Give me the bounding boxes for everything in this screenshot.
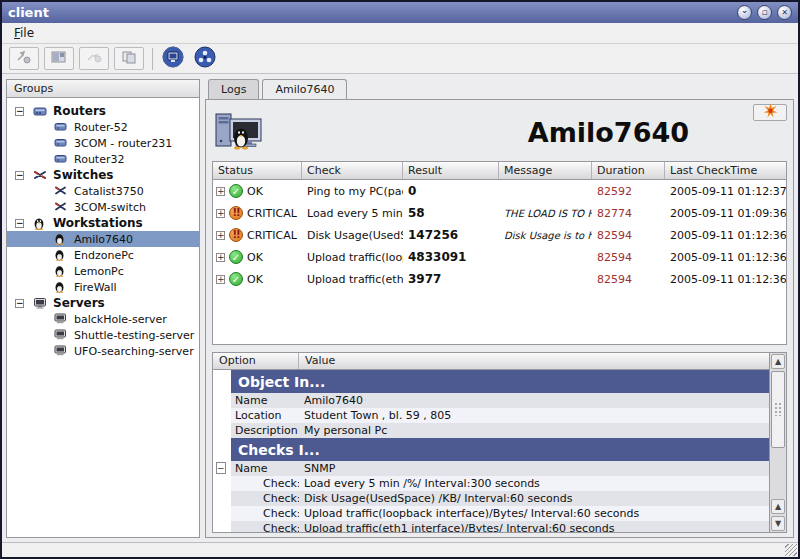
check-name: Upload traffic(eth1 i... — [302, 273, 403, 286]
tree-item-shuttle-testing-server[interactable]: Shuttle-testing-server — [7, 327, 199, 343]
collapse-icon[interactable] — [15, 219, 24, 228]
toolbar-separator — [152, 48, 153, 70]
alert-star-button[interactable] — [753, 104, 787, 121]
tree-item-label: UFO-searching-server — [74, 345, 194, 358]
scrollbar-thumb[interactable] — [771, 371, 785, 448]
tree-item-catalist3750[interactable]: Catalist3750 — [7, 183, 199, 199]
detail-row-snmp[interactable]: Name SNMP — [213, 461, 769, 476]
collapse-icon[interactable] — [15, 107, 24, 116]
tree-item-amilo7640[interactable]: Amilo7640 — [7, 231, 199, 247]
column-header-value[interactable]: Value — [299, 353, 769, 369]
expand-icon[interactable] — [216, 275, 225, 284]
collapse-icon[interactable] — [15, 171, 24, 180]
check-duration: 82774 — [592, 207, 665, 220]
tree-group-workstations[interactable]: Workstations — [7, 215, 199, 231]
check-lasttime: 2005-09-11 01:09:36 — [665, 207, 786, 220]
option-label: Check: — [231, 491, 299, 506]
option-value: Student Town , bl. 59 , 805 — [299, 408, 769, 423]
network-button[interactable] — [193, 47, 217, 71]
resize-grip[interactable] — [785, 544, 797, 556]
check-row-disk[interactable]: CRITICAL Disk Usage(UsedSp... 147256 Dis… — [213, 224, 786, 246]
tree-item-3com-switch[interactable]: 3COM-switch — [7, 199, 199, 215]
critical-status-icon — [229, 228, 243, 242]
expand-icon[interactable] — [216, 209, 225, 218]
minimize-button[interactable] — [737, 5, 752, 20]
check-row-upload-eth1[interactable]: OK Upload traffic(eth1 i... 3977 82594 2… — [213, 268, 786, 290]
detail-row-check-eth1[interactable]: Check: Upload traffic(eth1 interface)/By… — [213, 521, 769, 532]
detail-row-name[interactable]: Name Amilo7640 — [213, 393, 769, 408]
detail-row-check-loopback[interactable]: Check: Upload traffic(loopback interface… — [213, 506, 769, 521]
close-button[interactable] — [777, 5, 792, 20]
tree-group-switches[interactable]: Switches — [7, 167, 199, 183]
statusbar — [2, 542, 798, 557]
maximize-button[interactable] — [757, 5, 772, 20]
router-icon — [54, 137, 68, 150]
connect-icon — [16, 49, 32, 68]
column-header-status[interactable]: Status — [213, 162, 302, 179]
toolbar — [2, 44, 798, 74]
collapse-icon[interactable] — [15, 299, 24, 308]
tab-amilo7640[interactable]: Amilo7640 — [262, 79, 347, 100]
section-header-label: Checks I... — [231, 438, 769, 461]
expand-icon[interactable] — [216, 187, 225, 196]
expand-icon[interactable] — [216, 253, 225, 262]
disconnect-button[interactable] — [79, 47, 109, 70]
column-header-check[interactable]: Check — [302, 162, 403, 179]
checks-table-header: Status Check Result Message Duration Las… — [213, 162, 786, 180]
tree-item-label: Workstations — [53, 216, 143, 230]
linux-computer-icon — [214, 111, 264, 157]
tree-item-ufo-searching-server[interactable]: UFO-searching-server — [7, 343, 199, 359]
column-header-duration[interactable]: Duration — [592, 162, 665, 179]
option-value: Amilo7640 — [299, 393, 769, 408]
check-lasttime: 2005-09-11 01:12:36 — [665, 251, 786, 264]
router-icon — [33, 105, 47, 118]
tree-item-balckhole-server[interactable]: balckHole-server — [7, 311, 199, 327]
panel-splitter[interactable] — [212, 345, 787, 352]
detail-row-location[interactable]: Location Student Town , bl. 59 , 805 — [213, 408, 769, 423]
expand-icon[interactable] — [216, 231, 225, 240]
collapse-icon[interactable] — [216, 462, 226, 474]
column-header-lastchecktime[interactable]: Last CheckTime — [665, 162, 786, 179]
network-icon — [194, 46, 216, 72]
check-name: Load every 5 min /%/ — [302, 207, 403, 220]
scroll-up-button[interactable]: ▲ — [771, 354, 785, 369]
details-table-header: Option Value — [213, 353, 769, 370]
switch-icon — [33, 169, 47, 182]
check-row-load[interactable]: CRITICAL Load every 5 min /%/ 58 THE LOA… — [213, 202, 786, 224]
check-duration: 82594 — [592, 229, 665, 242]
tree-group-routers[interactable]: Routers — [7, 103, 199, 119]
scrollbar-track[interactable] — [771, 370, 785, 498]
host-monitor-button[interactable] — [161, 47, 185, 71]
tree-item-label: Switches — [53, 168, 114, 182]
tree-group-servers[interactable]: Servers — [7, 295, 199, 311]
tab-logs[interactable]: Logs — [208, 79, 259, 99]
scroll-down-button[interactable]: ▼ — [771, 516, 785, 531]
ok-status-icon — [229, 272, 243, 286]
check-row-ping[interactable]: OK Ping to my PC(pack... 0 82592 2005-09… — [213, 180, 786, 202]
star-icon — [763, 103, 778, 122]
tree-item-router-52[interactable]: Router-52 — [7, 119, 199, 135]
titlebar[interactable]: client — [2, 2, 798, 23]
connect-button[interactable] — [9, 47, 39, 70]
scroll-up-button-2[interactable]: ▲ — [771, 499, 785, 514]
tree-item-label: 3COM - router231 — [74, 137, 172, 150]
tree-item-router32[interactable]: Router32 — [7, 151, 199, 167]
details-area: Option Value Object In... Name — [212, 352, 787, 533]
view-button[interactable] — [44, 47, 74, 70]
detail-row-check-load[interactable]: Check: Load every 5 min /%/ Interval:300… — [213, 476, 769, 491]
copy-button[interactable] — [114, 47, 144, 70]
detail-row-description[interactable]: Description My personal Pc — [213, 423, 769, 438]
column-header-message[interactable]: Message — [499, 162, 592, 179]
monitor-icon — [162, 46, 184, 72]
check-result: 3977 — [403, 272, 499, 286]
details-scrollbar[interactable]: ▲ ▲ ▼ — [770, 352, 787, 533]
tree-item-3com-router231[interactable]: 3COM - router231 — [7, 135, 199, 151]
menu-file[interactable]: File — [14, 26, 34, 40]
tree-item-lemonpc[interactable]: LemonPc — [7, 263, 199, 279]
detail-row-check-disk[interactable]: Check: Disk Usage(UsedSpace) /KB/ Interv… — [213, 491, 769, 506]
check-row-upload-loopback[interactable]: OK Upload traffic(loopba... 4833091 8259… — [213, 246, 786, 268]
column-header-result[interactable]: Result — [403, 162, 499, 179]
column-header-option[interactable]: Option — [213, 353, 299, 369]
tree-item-endzonepc[interactable]: EndzonePc — [7, 247, 199, 263]
tree-item-firewall[interactable]: FireWall — [7, 279, 199, 295]
